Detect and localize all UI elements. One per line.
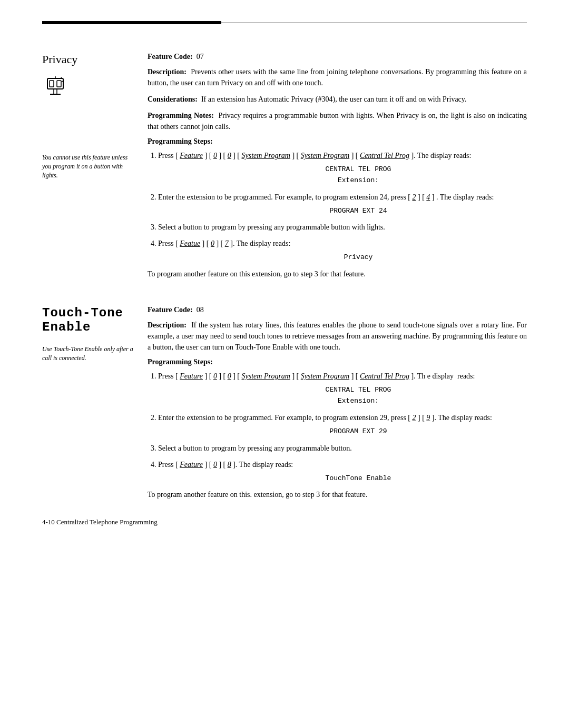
privacy-step4-display: Privacy	[190, 252, 527, 263]
privacy-step3-text: Select a button to program by pressing a…	[158, 223, 385, 231]
page-footer: 4-10 Centralized Telephone Programming	[42, 518, 158, 526]
privacy-step2-text: Enter the extension to be programmed. Fo…	[158, 193, 494, 201]
touchtone-step2-display: PROGRAM EXT 29	[190, 426, 527, 437]
privacy-considerations-label: Considerations:	[148, 95, 198, 103]
touchtone-feature-code-label: Feature Code:	[148, 306, 193, 314]
thick-top-rule	[42, 21, 221, 24]
privacy-to-program-note: To program another feature on this exten…	[148, 268, 527, 280]
touchtone-title: Touch-Tone Enable	[42, 306, 137, 334]
privacy-step1-ctp: Central Tel Prog	[360, 152, 409, 159]
touchtone-steps-list: Press [ Feature ] [ 0 ] [ 0 ] [ System P…	[148, 371, 527, 484]
touchtone-prog-steps-label: Programming Steps:	[148, 358, 527, 366]
touchtone-step-4: Press [ Feature ] [ 0 ] [ 8 ]. The displ…	[158, 459, 527, 484]
privacy-feature-code-label: Feature Code:	[148, 53, 193, 61]
privacy-considerations: Considerations: If an extension has Auto…	[148, 94, 527, 105]
touchtone-step3-text: Select a button to program by pressing a…	[158, 444, 352, 452]
privacy-step1-feature: Feature	[180, 152, 203, 159]
svg-rect-2	[57, 81, 61, 87]
touchtone-step2-text: Enter the extension to be programmed. Fo…	[158, 414, 492, 422]
privacy-prog-steps-label: Programming Steps:	[148, 137, 527, 146]
touchtone-feature-code: Feature Code: 08	[148, 306, 527, 314]
svg-rect-1	[50, 81, 54, 87]
touchtone-description: Description: If the system has rotary li…	[148, 320, 527, 353]
touchtone-step4-text: Press [ Feature ] [ 0 ] [ 8 ]. The displ…	[158, 461, 293, 468]
privacy-step4-text: Press [ Featue ] [ 0 ] [ 7 ]. The displa…	[158, 240, 290, 247]
privacy-section: Privacy	[42, 53, 527, 280]
thin-top-rule	[221, 23, 527, 23]
privacy-step1-sys2: System Program	[301, 152, 349, 159]
privacy-step1-key2: 0	[228, 152, 231, 159]
privacy-step-1: Press [ Feature ] [ 0 ] [ 0 ] [ System P…	[158, 150, 527, 186]
privacy-step2-display: PROGRAM EXT 24	[190, 206, 527, 217]
privacy-steps-list: Press [ Feature ] [ 0 ] [ 0 ] [ System P…	[148, 150, 527, 263]
touchtone-step1-display: CENTRAL TEL PROGExtension:	[190, 385, 527, 407]
privacy-feature-code-value: 07	[197, 53, 204, 61]
privacy-phone-icon	[42, 76, 68, 106]
svg-line-8	[62, 81, 63, 82]
touchtone-right-col: Feature Code: 08 Description: If the sys…	[148, 306, 527, 500]
touchtone-description-label: Description:	[148, 321, 187, 329]
privacy-step-2: Enter the extension to be programmed. Fo…	[158, 192, 527, 217]
touchtone-step-1: Press [ Feature ] [ 0 ] [ 0 ] [ System P…	[158, 371, 527, 407]
privacy-step1-sys1: System Program	[242, 152, 290, 159]
privacy-description-text: Prevents other users with the same line …	[148, 68, 527, 87]
touchtone-side-note: Use Touch-Tone Enable only after a call …	[42, 345, 137, 363]
privacy-step1-key1: 0	[213, 152, 217, 159]
touchtone-description-text: If the system has rotary lines, this fea…	[148, 321, 527, 351]
touchtone-step1-press: Press [ Feature ] [ 0 ] [ 0 ] [ System P…	[158, 372, 475, 380]
privacy-right-col: Feature Code: 07 Description: Prevents o…	[148, 53, 527, 280]
privacy-step1-display: CENTRAL TEL PROGExtension:	[190, 164, 527, 186]
privacy-step-3: Select a button to program by pressing a…	[158, 222, 527, 233]
privacy-title: Privacy	[42, 53, 137, 66]
touchtone-section: Touch-Tone Enable Use Touch-Tone Enable …	[42, 306, 527, 500]
privacy-prog-notes: Programming Notes: Privacy requires a pr…	[148, 110, 527, 132]
touchtone-step4-display: TouchTone Enable	[190, 473, 527, 484]
touchtone-step-2: Enter the extension to be programmed. Fo…	[158, 412, 527, 437]
privacy-prog-notes-label: Programming Notes:	[148, 112, 214, 119]
privacy-considerations-text: If an extension has Automatic Privacy (#…	[201, 95, 467, 103]
touchtone-feature-code-value: 08	[197, 306, 204, 314]
privacy-feature-code: Feature Code: 07	[148, 53, 527, 61]
privacy-step1-press: Press [ Feature ] [ 0 ] [ 0 ] [ System P…	[158, 152, 471, 159]
touchtone-to-program-note: To program another feature on this. exte…	[148, 489, 527, 500]
privacy-description: Description: Prevents other users with t…	[148, 66, 527, 88]
privacy-left-col: Privacy	[42, 53, 148, 280]
privacy-step-4: Press [ Featue ] [ 0 ] [ 7 ]. The displa…	[158, 238, 527, 263]
privacy-description-label: Description:	[148, 68, 187, 76]
touchtone-left-col: Touch-Tone Enable Use Touch-Tone Enable …	[42, 306, 148, 500]
touchtone-step-3: Select a button to program by pressing a…	[158, 443, 527, 454]
privacy-side-note: You cannot use this feature unless you p…	[42, 153, 137, 179]
